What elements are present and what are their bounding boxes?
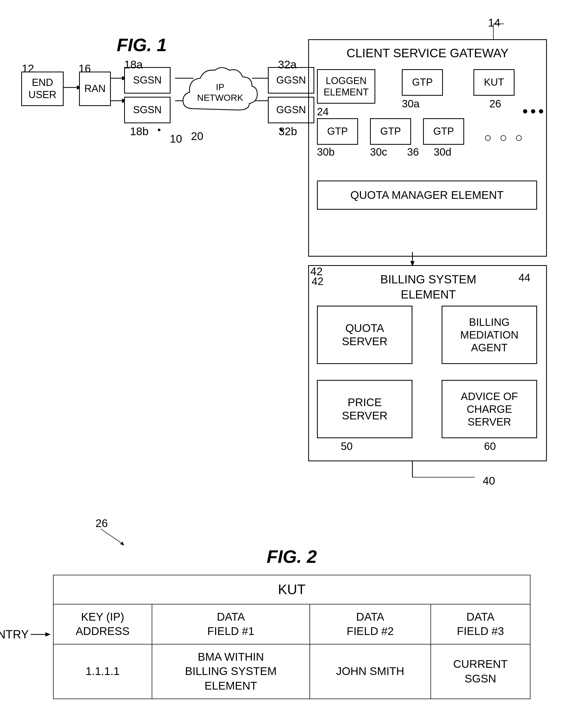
gtp-30d-box: GTP [423,118,464,145]
ran-box: RAN [79,72,111,106]
ref-40: 40 [483,475,495,487]
ip-network-cloud: IP NETWORK [180,64,260,125]
ref-24-label: 24 [317,106,329,118]
ref-42: 42 [310,265,323,278]
svg-line-32 [101,529,122,543]
ref-50-label: 50 [341,440,353,452]
ref-14: 14 [488,16,501,29]
cell-sgsn: CURRENT SGSN [431,644,530,699]
ref-60-label: 60 [484,440,496,452]
ref-18a: 18a [124,58,143,71]
ref-20: 20 [191,130,203,143]
kut-table-wrapper: ENTRY KUT KEY (IP) ADDRESS DATA FIELD #1… [53,575,530,699]
billing-mediation-box: BILLING MEDIATION AGENT [442,306,537,364]
ref-30b-label: 30b [317,146,335,158]
advice-of-charge-box: ADVICE OF CHARGE SERVER [442,380,537,438]
gtp-30b-box: GTP [317,118,358,145]
col-key: KEY (IP) ADDRESS [53,604,152,644]
csg-box: CLIENT SERVICE GATEWAY LOGGEN ELEMENT 24… [308,39,547,257]
sgsn-a-box: SGSN [124,67,170,94]
ref-16: 16 [78,62,91,75]
gtp-30a-box: GTP [402,69,443,96]
quota-server-box: QUOTA SERVER [317,306,413,364]
col-data1: DATA FIELD #1 [152,604,310,644]
price-server-box: PRICE SERVER [317,380,413,438]
col-data2: DATA FIELD #2 [310,604,431,644]
end-user-box: END USER [21,72,64,106]
kut-header-cell: KUT [53,575,530,604]
bse-title-text: BILLING SYSTEMELEMENT [357,272,500,302]
ref-32a: 32a [278,58,297,71]
bse-box: 42 BILLING SYSTEMELEMENT 44 QUOTA SERVER… [308,265,547,461]
gtp-30c-box: GTP [370,118,411,145]
ref-30d-label: 30d [434,146,451,158]
fig2-title: FIG. 2 [53,546,530,567]
gtp-dots: ○ ○ ○ [484,130,525,145]
ref-12: 12 [22,62,34,75]
quota-manager-box: QUOTA MANAGER ELEMENT [317,181,537,210]
cell-bma: BMA WITHIN BILLING SYSTEM ELEMENT [152,644,310,699]
ref-10: 10 [170,133,182,145]
kut-header-row: KUT [53,575,530,604]
kut-table: KUT KEY (IP) ADDRESS DATA FIELD #1 DATA … [53,575,530,699]
fig1-title: FIG. 1 [117,34,167,55]
ggsn-a-box: GGSN [268,67,314,94]
entry-label: ENTRY [0,628,52,641]
svg-text:NETWORK: NETWORK [197,93,243,103]
csg-title: CLIENT SERVICE GATEWAY [309,46,546,60]
loggen-box: LOGGEN ELEMENT [317,69,375,104]
ref-30a-label: 30a [402,98,420,110]
ref-30c-label: 30c [370,146,387,158]
ref-44-label: 44 [519,272,530,284]
svg-marker-33 [120,542,124,546]
cell-name: JOHN SMITH [310,644,431,699]
svg-text:IP: IP [216,82,224,92]
sgsn-b-box: SGSN [124,97,170,123]
kut-columns-row: KEY (IP) ADDRESS DATA FIELD #1 DATA FIEL… [53,604,530,644]
kut-data-row: 1.1.1.1 BMA WITHIN BILLING SYSTEM ELEMEN… [53,644,530,699]
ref-26-label: 26 [489,98,501,110]
ref-36-label: 36 [407,146,419,158]
ggsn-b-box: GGSN [268,97,314,123]
cell-ip: 1.1.1.1 [53,644,152,699]
svg-point-22 [158,129,160,131]
fig2-area: 26 FIG. 2 ENTRY KUT [53,514,530,699]
kut-box: KUT [473,69,515,96]
ref-18b: 18b [130,125,148,138]
col-data3: DATA FIELD #3 [431,604,530,644]
page: FIG. 1 14 END USER 12 RAN 16 SGSN 18a SG… [0,0,566,728]
svg-marker-35 [45,632,51,637]
fig2-ref-area: 26 [53,514,530,546]
ref-32b: 32b [278,125,297,138]
